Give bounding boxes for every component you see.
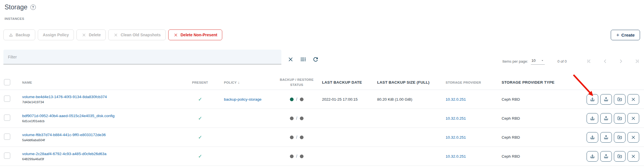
filter-field (3, 50, 281, 64)
toolbar: Backup Assign Policy Delete Clean Old Sn… (3, 29, 640, 40)
folder-upload-icon (617, 135, 622, 140)
restore-from-file-button[interactable] (614, 151, 626, 162)
x-icon (631, 97, 636, 102)
restore-from-file-button[interactable] (614, 132, 626, 143)
last-backup-size: 80.20 KiB (1.00 GiB) (373, 97, 442, 102)
storage-provider-type: Ceph RBD (498, 154, 566, 158)
instances-table: NAME PRESENT POLICY↓ BACKUP / RESTORE ST… (0, 75, 644, 166)
storage-provider-link[interactable]: 10.32.0.251 (446, 97, 466, 102)
clean-old-snapshots-button[interactable]: Clean Old Snapshots (108, 29, 166, 40)
restore-icon (603, 116, 609, 121)
backup-icon (9, 33, 13, 37)
backup-button[interactable] (587, 151, 598, 162)
delete-button[interactable] (628, 113, 639, 124)
restore-from-file-button[interactable] (614, 113, 626, 124)
table-header-row: NAME PRESENT POLICY↓ BACKUP / RESTORE ST… (0, 75, 644, 90)
restore-icon (603, 154, 609, 159)
delete-bulk-button[interactable]: Delete (76, 29, 106, 40)
restore-icon (603, 97, 609, 102)
delete-button[interactable] (628, 151, 639, 162)
backup-button[interactable] (587, 113, 598, 124)
columns-button[interactable] (300, 56, 306, 63)
section-label: INSTANCES (5, 17, 24, 20)
restore-status-dot (300, 117, 304, 120)
backup-bulk-label: Backup (16, 33, 30, 37)
table-row: volume-be4d4e13-1476-40f3-9134-8da830fcb… (0, 90, 644, 109)
volume-id: 5a4dd6aba504f (22, 138, 186, 142)
volume-name-link[interactable]: bdf9071d-0952-40b4-aaed-0515c24e4035_dis… (22, 114, 186, 118)
previous-page-button[interactable] (602, 58, 608, 64)
table-row: bdf9071d-0952-40b4-aaed-0515c24e4035_dis… (0, 109, 644, 128)
row-checkbox[interactable] (4, 134, 10, 140)
restore-button[interactable] (600, 132, 612, 143)
backup-status-dot (290, 98, 294, 101)
present-check-icon: ✓ (198, 135, 202, 140)
storage-provider-type: Ceph RBD (498, 97, 566, 102)
restore-button[interactable] (600, 94, 612, 105)
policy-link[interactable]: backup-policy-storage (224, 97, 261, 102)
x-icon (82, 33, 86, 37)
backup-button[interactable] (587, 94, 598, 105)
header-name[interactable]: NAME (18, 81, 186, 84)
storage-provider-link[interactable]: 10.32.0.251 (446, 154, 466, 158)
help-icon[interactable]: ? (30, 5, 36, 10)
last-page-button[interactable] (634, 58, 640, 64)
header-storage-provider[interactable]: STORAGE PROVIDER (442, 81, 498, 84)
assign-policy-button[interactable]: Assign Policy (38, 29, 74, 40)
clean-old-snapshots-label: Clean Old Snapshots (121, 33, 161, 37)
header-last-backup-date[interactable]: LAST BACKUP DATE (318, 80, 373, 84)
header-present[interactable]: PRESENT (186, 81, 214, 84)
row-checkbox[interactable] (4, 153, 10, 159)
first-page-button[interactable] (586, 58, 592, 64)
storage-provider-link[interactable]: 10.32.0.251 (446, 135, 466, 139)
backup-bulk-button[interactable]: Backup (3, 29, 35, 40)
folder-upload-icon (617, 154, 622, 159)
header-storage-provider-type[interactable]: STORAGE PROVIDER TYPE (498, 80, 566, 84)
present-check-icon: ✓ (198, 116, 202, 121)
row-checkbox[interactable] (4, 96, 10, 102)
x-icon (631, 116, 636, 121)
header-last-backup-size[interactable]: LAST BACKUP SIZE (FULL) (373, 80, 442, 84)
restore-status-dot (300, 155, 304, 158)
create-button[interactable]: + Create (611, 30, 640, 40)
delete-button[interactable] (628, 94, 639, 105)
header-status[interactable]: BACKUP / RESTORE STATUS (275, 77, 318, 88)
clear-filter-button[interactable] (287, 56, 294, 63)
toc-icon (300, 56, 306, 63)
volume-name-link[interactable]: volume-f6b37d74-b884-441c-9ff0-e8033172d… (22, 133, 186, 137)
status-separator: / (296, 154, 297, 158)
backup-status-dot (290, 136, 294, 139)
filter-bar (3, 50, 319, 64)
next-page-button[interactable] (618, 58, 624, 64)
page-header: Storage ? (5, 3, 36, 11)
table-row: volume-2c28aaf4-6792-4c93-a485-d0cfeb26d… (0, 147, 644, 166)
storage-provider-type: Ceph RBD (498, 135, 566, 139)
page-size-select[interactable]: 10 (531, 58, 545, 65)
present-check-icon: ✓ (198, 154, 202, 159)
delete-bulk-label: Delete (89, 33, 101, 37)
folder-upload-icon (617, 97, 622, 102)
restore-from-file-button[interactable] (614, 94, 626, 105)
storage-provider-link[interactable]: 10.32.0.251 (446, 116, 466, 121)
assign-policy-label: Assign Policy (43, 33, 69, 37)
header-policy[interactable]: POLICY↓ (214, 80, 275, 84)
restore-button[interactable] (600, 113, 612, 124)
x-icon (113, 33, 118, 37)
row-checkbox[interactable] (4, 115, 10, 121)
delete-non-present-label: Delete Non-Present (180, 33, 217, 37)
refresh-button[interactable] (312, 56, 319, 63)
select-all-checkbox[interactable] (4, 79, 10, 85)
caret-down-icon (541, 59, 544, 62)
restore-button[interactable] (600, 151, 612, 162)
backup-button[interactable] (587, 132, 598, 143)
backup-icon (590, 97, 595, 102)
last-backup-date: 2022-01-25 17:00:15 (318, 97, 373, 102)
x-icon (173, 33, 178, 37)
paginator: Items per page: 10 0 of 0 (502, 58, 640, 65)
delete-non-present-button[interactable]: Delete Non-Present (168, 29, 222, 40)
delete-button[interactable] (628, 132, 639, 143)
volume-name-link[interactable]: volume-be4d4e13-1476-40f3-9134-8da830fcb… (22, 95, 186, 99)
filter-input[interactable] (3, 55, 281, 59)
status-separator: / (296, 135, 297, 139)
volume-name-link[interactable]: volume-2c28aaf4-6792-4c93-a485-d0cfeb26d… (22, 152, 186, 156)
